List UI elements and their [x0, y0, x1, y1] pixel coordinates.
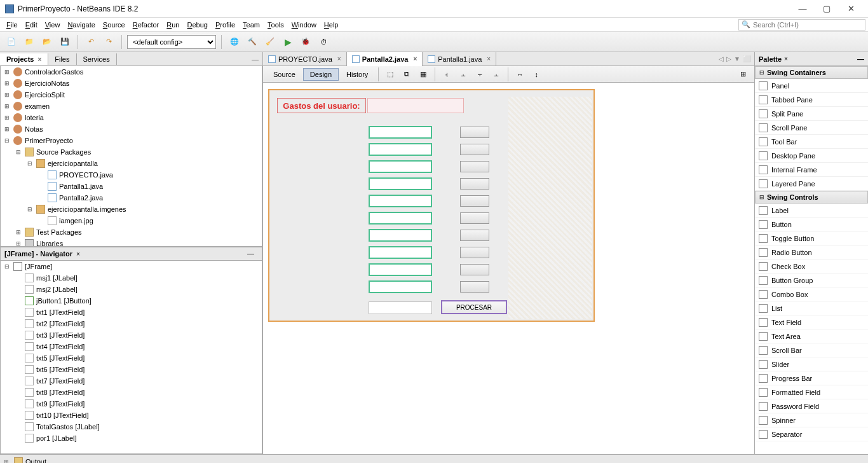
menu-navigate[interactable]: Navigate: [64, 20, 98, 30]
prev-icon[interactable]: ◁: [719, 55, 724, 62]
twisty-icon[interactable]: ⊟: [3, 137, 11, 144]
palette-item[interactable]: Password Field: [755, 399, 868, 413]
new-project-button[interactable]: 📁: [22, 34, 37, 50]
twisty-icon[interactable]: ⊟: [3, 263, 11, 270]
palette-item[interactable]: Scroll Pane: [755, 121, 868, 135]
tree-row[interactable]: iamgen.jpg: [1, 215, 262, 226]
clean-build-button[interactable]: 🧹: [262, 34, 278, 50]
open-button[interactable]: 📂: [39, 34, 55, 50]
expand-icon[interactable]: ⊞: [735, 67, 750, 82]
menu-run[interactable]: Run: [163, 20, 183, 30]
tab-services[interactable]: Services: [77, 53, 117, 65]
close-icon[interactable]: ×: [37, 56, 41, 63]
expand-icon[interactable]: ⊞: [4, 459, 11, 464]
palette-item[interactable]: Desktop Pane: [755, 149, 868, 163]
tree-row[interactable]: ⊞ControladorGastos: [1, 66, 262, 78]
output-tab[interactable]: Output: [25, 458, 46, 464]
txt-field-6[interactable]: [369, 212, 432, 225]
new-file-button[interactable]: 📄: [4, 34, 19, 50]
tree-row[interactable]: txt3 [JTextField]: [1, 329, 262, 341]
resize-h-icon[interactable]: ↔: [512, 67, 527, 82]
tree-row[interactable]: msj1 [JLabel]: [1, 272, 262, 284]
close-icon[interactable]: ×: [784, 55, 788, 62]
tree-row[interactable]: ⊟PrimerProyecto: [1, 135, 262, 146]
profile-button[interactable]: ⏱: [316, 34, 331, 50]
menu-tools[interactable]: Tools: [264, 20, 288, 30]
connection-mode-icon[interactable]: ⧉: [399, 67, 414, 82]
menu-source[interactable]: Source: [99, 20, 129, 30]
view-history[interactable]: History: [340, 69, 374, 80]
align-top-icon[interactable]: ⫟: [472, 67, 487, 82]
palette-item[interactable]: Radio Button: [755, 245, 868, 259]
menu-team[interactable]: Team: [239, 20, 264, 30]
maximize-icon[interactable]: ⬜: [743, 55, 750, 62]
tree-row[interactable]: Pantalla2.java: [1, 192, 262, 204]
undo-button[interactable]: ↶: [83, 34, 98, 50]
txt-field-9[interactable]: [369, 263, 432, 276]
txt-field-1[interactable]: [369, 126, 432, 139]
row-button-10[interactable]: [460, 281, 489, 293]
palette-item[interactable]: Label: [755, 204, 868, 218]
palette-item[interactable]: Toggle Button: [755, 232, 868, 245]
palette-item[interactable]: Slider: [755, 357, 868, 371]
menu-debug[interactable]: Debug: [183, 20, 211, 30]
menu-refactor[interactable]: Refactor: [129, 20, 163, 30]
twisty-icon[interactable]: ⊞: [3, 103, 11, 109]
palette-item[interactable]: Spinner: [755, 413, 868, 427]
tree-row[interactable]: txt2 [JTextField]: [1, 318, 262, 329]
save-all-button[interactable]: 💾: [57, 34, 72, 50]
twisty-icon[interactable]: ⊞: [15, 240, 22, 247]
tree-row[interactable]: txt1 [JTextField]: [1, 307, 262, 318]
palette-item[interactable]: Text Field: [755, 315, 868, 329]
tree-row[interactable]: TotalGastos [JLabel]: [1, 421, 262, 432]
tree-row[interactable]: ⊟Source Packages: [1, 146, 262, 158]
menu-profile[interactable]: Profile: [212, 20, 239, 30]
row-button-2[interactable]: [460, 144, 489, 155]
build-button[interactable]: 🌐: [227, 34, 242, 50]
menu-view[interactable]: View: [41, 20, 64, 30]
config-select[interactable]: <default config>: [127, 35, 216, 49]
tree-row[interactable]: ⊞examen: [1, 100, 262, 112]
palette-item[interactable]: Scroll Bar: [755, 343, 868, 357]
row-button-6[interactable]: [460, 212, 489, 224]
txt-field-3[interactable]: [369, 160, 432, 173]
jframe-designer[interactable]: Gastos del usuario: PROCESAR: [268, 89, 595, 322]
palette-item[interactable]: Internal Frame: [755, 163, 868, 177]
editor-tab[interactable]: Pantalla2.java×: [347, 52, 423, 66]
tree-row[interactable]: msj2 [JLabel]: [1, 284, 262, 295]
navigator-tree[interactable]: ⊟[JFrame]msj1 [JLabel]msj2 [JLabel]jButt…: [0, 261, 262, 454]
twisty-icon[interactable]: ⊟: [26, 160, 34, 167]
search-input[interactable]: [753, 21, 862, 29]
dropdown-icon[interactable]: ▼: [734, 55, 740, 62]
palette-item[interactable]: Tabbed Pane: [755, 93, 868, 107]
minimize-button[interactable]: —: [790, 0, 815, 18]
palette-item[interactable]: Separator: [755, 427, 868, 441]
palette-item[interactable]: Button Group: [755, 273, 868, 287]
palette-item[interactable]: Panel: [755, 79, 868, 93]
palette-item[interactable]: Progress Bar: [755, 371, 868, 385]
tree-row[interactable]: txt6 [JTextField]: [1, 364, 262, 375]
run-button[interactable]: ▶: [280, 34, 295, 50]
maximize-button[interactable]: ▢: [815, 0, 839, 18]
minimize-icon[interactable]: —: [248, 55, 262, 63]
twisty-icon[interactable]: ⊞: [3, 126, 11, 132]
palette-item[interactable]: Text Area: [755, 329, 868, 343]
tab-projects[interactable]: Projects×: [0, 53, 48, 65]
resize-v-icon[interactable]: ↕: [529, 67, 544, 82]
twisty-icon[interactable]: ⊞: [15, 229, 22, 235]
row-button-8[interactable]: [460, 247, 489, 258]
tree-row[interactable]: txt9 [JTextField]: [1, 398, 262, 410]
clean-button[interactable]: 🔨: [245, 34, 260, 50]
tree-row[interactable]: ⊟ejerciciopantalla.imgenes: [1, 204, 262, 215]
txt-field-4[interactable]: [369, 177, 432, 190]
tree-row[interactable]: txt4 [JTextField]: [1, 341, 262, 352]
row-button-7[interactable]: [460, 230, 489, 241]
txt-field-8[interactable]: [369, 246, 432, 259]
minimize-icon[interactable]: —: [857, 55, 864, 63]
next-icon[interactable]: ▷: [726, 55, 731, 62]
procesar-button[interactable]: PROCESAR: [441, 300, 507, 314]
minimize-icon[interactable]: —: [243, 250, 258, 258]
close-icon[interactable]: ×: [487, 55, 491, 62]
menu-window[interactable]: Window: [288, 20, 320, 30]
palette-item[interactable]: Button: [755, 218, 868, 232]
